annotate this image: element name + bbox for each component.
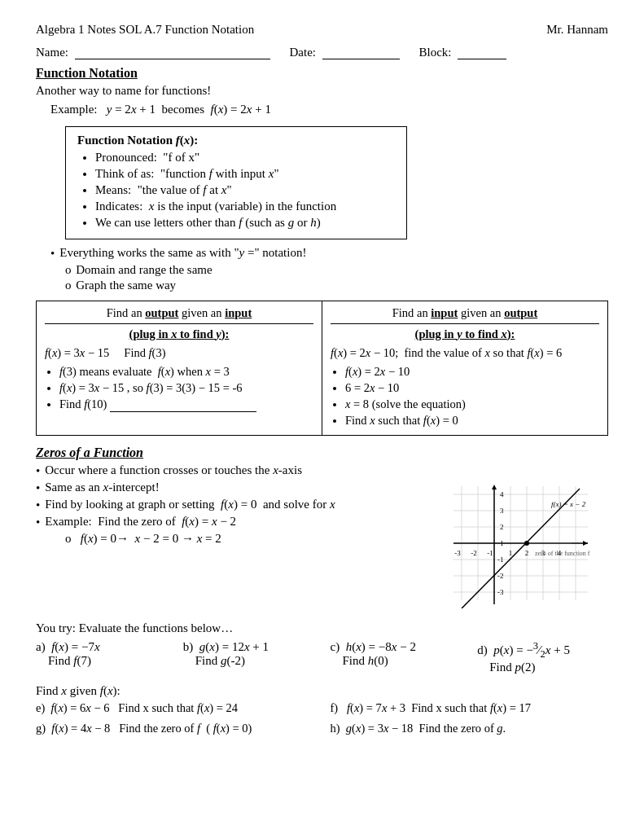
svg-text:-2: -2 — [497, 572, 504, 580]
sub-bullets: Domain and range the same Graph the same… — [65, 263, 608, 292]
svg-text:-3: -3 — [454, 549, 461, 557]
zeros-title: Zeros of a Function — [36, 446, 608, 460]
left-col-header: Find an output given an input — [45, 306, 313, 324]
right-bullets: f(x) = 2x − 10 6 = 2x − 10 x = 8 (solve … — [345, 365, 599, 428]
name-date-row: Name: Date: Block: — [36, 45, 608, 59]
ef-row: e) f(x) = 6x − 6 Find x such that f(x) =… — [36, 701, 608, 715]
date-label: Date: — [289, 46, 315, 59]
zeros-graph: -1 -2 -3 1 2 3 4 4 3 2 1 -1 -2 -3 — [437, 470, 608, 612]
header: Algebra 1 Notes SOL A.7 Function Notatio… — [36, 23, 608, 37]
svg-marker-18 — [492, 485, 497, 489]
two-col-table: Find an output given an input (plug in x… — [36, 301, 608, 436]
b-label: b) g(x) = 12x + 1 — [183, 640, 314, 654]
gh-row: g) f(x) = 4x − 8 Find the zero of f ( f(… — [36, 722, 608, 735]
practice-a: a) f(x) = −7x Find f(7) — [36, 640, 167, 669]
notation-box-list: Pronounced: "f of x" Think of as: "funct… — [95, 151, 395, 230]
svg-point-37 — [524, 541, 529, 546]
practice-c: c) h(x) = −8x − 2 Find h(0) — [331, 640, 462, 669]
header-left: Algebra 1 Notes SOL A.7 Function Notatio… — [36, 23, 254, 37]
left-bullet-2: f(x) = 3x − 15 , so f(3) = 3(3) − 15 = -… — [59, 381, 313, 395]
graph-svg: -1 -2 -3 1 2 3 4 4 3 2 1 -1 -2 -3 — [437, 470, 600, 608]
zero-bullet-2: • Same as an x-intercept! — [36, 481, 429, 495]
right-col: Find an input given an output (plug in y… — [322, 301, 608, 436]
example-label: Example: y = 2x + 1 becomes f(x) = 2x + … — [50, 103, 271, 116]
left-bullet-3: Find f(10) — [59, 397, 313, 412]
notation-box-title: Function Notation f(x): — [77, 134, 395, 147]
svg-text:-1: -1 — [497, 555, 504, 564]
svg-text:1: 1 — [509, 549, 513, 557]
left-bullet-1: f(3) means evaluate f(x) when x = 3 — [59, 365, 313, 379]
sub-bullet-1: Domain and range the same — [65, 263, 608, 277]
practice-d: d) p(x) = −3⁄2x + 5 Find p(2) — [477, 640, 608, 676]
practice-g: g) f(x) = 4x − 8 Find the zero of f ( f(… — [36, 722, 314, 735]
svg-text:4: 4 — [500, 490, 504, 498]
practice-abcd: a) f(x) = −7x Find f(7) b) g(x) = 12x + … — [36, 640, 608, 676]
svg-text:2: 2 — [525, 549, 529, 557]
bullet-icon: • — [50, 247, 55, 261]
notation-item-4: Indicates: x is the input (variable) in … — [95, 200, 395, 213]
notation-item-2: Think of as: "function f with input x" — [95, 167, 395, 181]
right-bullet-3: x = 8 (solve the equation) — [345, 397, 599, 411]
section-title: Function Notation — [36, 66, 608, 81]
zero-bullet-1: • Occur where a function crosses or touc… — [36, 463, 429, 478]
practice-f: f) f(x) = 7x + 3 Find x such that f(x) =… — [331, 701, 609, 715]
header-right: Mr. Hannam — [546, 23, 608, 37]
everything-bullet: • Everything works the same as with "y =… — [50, 246, 608, 261]
svg-text:3: 3 — [500, 507, 504, 515]
right-bullet-1: f(x) = 2x − 10 — [345, 365, 599, 379]
b-find: Find g(-2) — [183, 654, 314, 668]
a-label: a) f(x) = −7x — [36, 640, 167, 654]
notation-item-1: Pronounced: "f of x" — [95, 151, 395, 165]
c-label: c) h(x) = −8x − 2 — [331, 640, 462, 654]
svg-marker-17 — [583, 541, 588, 546]
name-label: Name: — [36, 46, 68, 59]
sub-bullet-2: Graph the same way — [65, 279, 608, 292]
everything-text: Everything works the same as with "y =" … — [59, 246, 306, 260]
date-field[interactable] — [322, 45, 400, 59]
left-line1: f(x) = 3x − 15 Find f(3) — [45, 346, 313, 360]
d-find: Find p(2) — [477, 661, 608, 674]
practice-b: b) g(x) = 12x + 1 Find g(-2) — [183, 640, 314, 669]
svg-text:-1: -1 — [487, 549, 493, 557]
zero-bullet-4: • Example: Find the zero of f(x) = x − 2 — [36, 515, 429, 529]
d-label: d) p(x) = −3⁄2x + 5 — [477, 640, 608, 661]
right-col-sub: (plug in y to find x): — [331, 327, 599, 341]
svg-text:-2: -2 — [471, 549, 477, 557]
left-bullets: f(3) means evaluate f(x) when x = 3 f(x)… — [59, 365, 313, 412]
zeros-section: Zeros of a Function • Occur where a func… — [36, 446, 608, 612]
left-col-sub: (plug in x to find y): — [45, 327, 313, 341]
intro-text: Another way to name for functions! — [36, 84, 608, 98]
left-col: Find an output given an input (plug in x… — [37, 301, 322, 436]
zero-bullet-3: • Find by looking at graph or setting f(… — [36, 498, 429, 512]
name-field[interactable] — [75, 45, 270, 59]
notation-box: Function Notation f(x): Pronounced: "f o… — [65, 126, 407, 239]
notation-item-3: Means: "the value of f at x" — [95, 183, 395, 197]
zeros-row: • Occur where a function crosses or touc… — [36, 463, 608, 612]
a-find: Find f(7) — [36, 654, 167, 668]
practice-section: You try: Evaluate the functions below… a… — [36, 621, 608, 735]
you-try: You try: Evaluate the functions below… — [36, 621, 608, 635]
svg-text:2: 2 — [500, 523, 504, 531]
practice-h: h) g(x) = 3x − 18 Find the zero of g. — [331, 722, 609, 735]
right-line1: f(x) = 2x − 10; find the value of x so t… — [331, 346, 599, 360]
right-bullet-2: 6 = 2x − 10 — [345, 381, 599, 395]
svg-text:-3: -3 — [497, 588, 504, 596]
notation-item-5: We can use letters other than f (such as… — [95, 216, 395, 230]
example-line: Example: y = 2x + 1 becomes f(x) = 2x + … — [50, 103, 608, 116]
practice-e: e) f(x) = 6x − 6 Find x such that f(x) =… — [36, 701, 314, 715]
find-x-given: Find x given f(x): — [36, 684, 608, 698]
zero-sub-example: o f(x) = 0→ x − 2 = 0 → x = 2 — [65, 532, 429, 546]
svg-text:1: 1 — [500, 539, 504, 547]
block-field[interactable] — [458, 45, 506, 59]
right-bullet-4: Find x such that f(x) = 0 — [345, 414, 599, 428]
zeros-text: • Occur where a function crosses or touc… — [36, 463, 429, 549]
block-label: Block: — [418, 46, 451, 59]
svg-text:zero of the function f: zero of the function f — [535, 550, 590, 557]
svg-text:f(x) = x − 2: f(x) = x − 2 — [551, 500, 586, 508]
right-col-header: Find an input given an output — [331, 306, 599, 324]
c-find: Find h(0) — [331, 654, 462, 668]
